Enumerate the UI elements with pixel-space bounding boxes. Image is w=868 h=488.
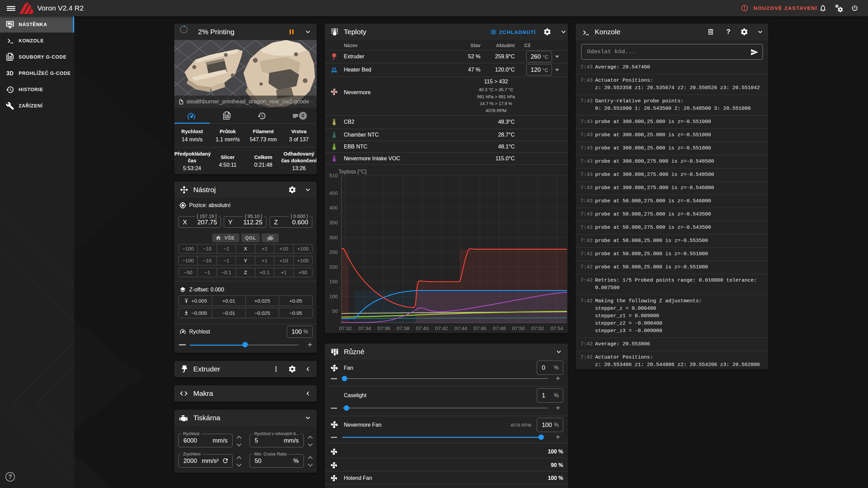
svg-text:50: 50 (332, 308, 338, 314)
svg-text:150: 150 (329, 279, 338, 284)
svg-text:3D: 3D (6, 70, 14, 76)
svg-text:Teplota [°C]: Teplota [°C] (338, 169, 367, 175)
svg-text:07:38: 07:38 (397, 325, 410, 331)
svg-text:07:50: 07:50 (512, 325, 525, 331)
svg-text:200: 200 (329, 264, 338, 270)
svg-text:350: 350 (329, 220, 338, 225)
svg-text:07:36: 07:36 (377, 325, 390, 331)
svg-text:07:46: 07:46 (474, 325, 487, 331)
svg-text:07:34: 07:34 (358, 325, 371, 331)
svg-text:07:40: 07:40 (416, 325, 429, 331)
svg-text:450: 450 (329, 190, 338, 196)
svg-text:07:54: 07:54 (551, 325, 564, 331)
svg-text:stealthburner_printhead_dragon: stealthburner_printhead_dragon_rear_cw2.… (186, 98, 309, 105)
svg-text:100: 100 (329, 293, 338, 299)
svg-text:400: 400 (329, 205, 338, 210)
svg-text:07:52: 07:52 (531, 325, 544, 331)
svg-text:250: 250 (329, 249, 338, 255)
svg-text:07:42: 07:42 (435, 325, 448, 331)
svg-text:510: 510 (329, 172, 338, 178)
svg-text:07:48: 07:48 (493, 325, 506, 331)
svg-text:300: 300 (329, 235, 338, 240)
svg-text:07:32: 07:32 (339, 325, 352, 331)
svg-text:07:44: 07:44 (454, 325, 467, 331)
